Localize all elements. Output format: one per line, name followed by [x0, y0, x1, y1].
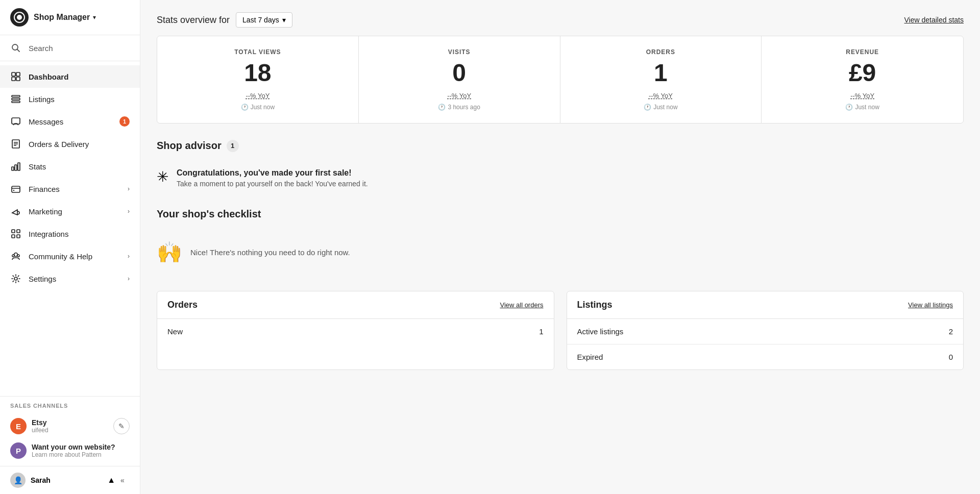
svg-line-3 — [17, 50, 20, 52]
stats-label: Stats — [29, 162, 130, 171]
total-views-yoy: --% YoY — [167, 92, 348, 100]
orders-panel: Orders View all orders New 1 — [157, 291, 554, 370]
orders-value: 1 — [571, 60, 751, 87]
search-item[interactable]: Search — [0, 35, 140, 61]
etsy-name: Etsy — [32, 418, 113, 427]
etsy-channel[interactable]: E Etsy uifeed ✎ — [10, 414, 130, 438]
pattern-sub: Learn more about Pattern — [32, 451, 130, 458]
listings-expired-row: Expired 0 — [567, 344, 964, 369]
orders-icon — [10, 138, 21, 150]
user-avatar: 👤 — [10, 473, 26, 488]
svg-rect-24 — [12, 235, 15, 238]
checklist-title-text: Your shop's checklist — [157, 208, 261, 220]
sidebar-item-dashboard[interactable]: Dashboard — [0, 65, 140, 88]
orders-label: Orders & Delivery — [29, 140, 130, 149]
shop-advisor-title: Shop advisor — [157, 140, 222, 152]
sidebar-item-listings[interactable]: Listings — [0, 88, 140, 110]
listings-label: Listings — [29, 95, 130, 104]
search-icon — [10, 42, 21, 54]
dashboard-label: Dashboard — [29, 72, 130, 81]
finances-icon — [10, 183, 21, 194]
svg-rect-5 — [16, 72, 20, 76]
listings-icon — [10, 93, 21, 105]
revenue-card: REVENUE £9 --% YoY 🕐 Just now — [762, 36, 963, 123]
svg-point-1 — [17, 15, 22, 20]
svg-rect-22 — [12, 230, 15, 233]
integrations-label: Integrations — [29, 230, 130, 238]
sales-channels-section: SALES CHANNELS E Etsy uifeed ✎ P Want yo… — [0, 396, 140, 466]
sidebar-item-messages[interactable]: Messages 1 — [0, 110, 140, 133]
listings-panel-title: Listings — [577, 300, 612, 310]
pattern-channel[interactable]: P Want your own website? Learn more abou… — [10, 438, 130, 463]
stats-overview-header: Stats overview for Last 7 days ▾ View de… — [157, 12, 964, 28]
sidebar-item-community[interactable]: Community & Help › — [0, 245, 140, 267]
orders-new-label: New — [167, 327, 183, 336]
sidebar-nav: Dashboard Listings Messages 1 — [0, 61, 140, 396]
stats-period-chevron-icon: ▾ — [282, 16, 286, 24]
total-views-clock-icon: 🕐 — [241, 104, 249, 111]
messages-badge: 1 — [119, 116, 130, 127]
sidebar-item-integrations[interactable]: Integrations — [0, 223, 140, 245]
view-all-listings-link[interactable]: View all listings — [908, 301, 953, 309]
visits-yoy: --% YoY — [369, 92, 550, 100]
svg-rect-8 — [12, 95, 20, 97]
orders-new-value: 1 — [539, 327, 543, 336]
shop-advisor-section: Shop advisor 1 ✳ Congratulations, you've… — [157, 140, 964, 196]
svg-rect-25 — [17, 235, 20, 238]
svg-rect-19 — [12, 186, 20, 192]
shop-manager-title: Shop Manager — [34, 13, 90, 22]
advisor-card: ✳ Congratulations, you've made your firs… — [157, 160, 964, 196]
svg-rect-6 — [12, 77, 15, 81]
svg-rect-23 — [17, 230, 20, 233]
shop-advisor-title-row: Shop advisor 1 — [157, 140, 964, 152]
sidebar-item-stats[interactable]: Stats — [0, 155, 140, 178]
pattern-name: Want your own website? — [32, 443, 130, 451]
integrations-icon — [10, 228, 21, 239]
view-detailed-stats-link[interactable]: View detailed stats — [904, 16, 964, 24]
svg-rect-18 — [18, 163, 20, 170]
view-all-orders-link[interactable]: View all orders — [500, 301, 543, 309]
marketing-label: Marketing — [29, 207, 128, 216]
revenue-time-text: Just now — [855, 104, 879, 111]
sidebar-item-orders[interactable]: Orders & Delivery — [0, 133, 140, 155]
sidebar-footer[interactable]: 👤 Sarah ▲ « — [0, 466, 140, 494]
orders-panel-title: Orders — [167, 300, 198, 310]
bottom-panels: Orders View all orders New 1 Listings Vi… — [157, 291, 964, 370]
svg-rect-7 — [16, 77, 20, 81]
listings-active-label: Active listings — [577, 327, 624, 336]
etsy-edit-button[interactable]: ✎ — [113, 418, 130, 434]
sidebar-item-settings[interactable]: Settings › — [0, 267, 140, 290]
settings-label: Settings — [29, 275, 128, 283]
checklist-section: Your shop's checklist 🙌 Nice! There's no… — [157, 208, 964, 277]
stats-period-dropdown[interactable]: Last 7 days ▾ — [236, 12, 292, 28]
messages-label: Messages — [29, 117, 119, 126]
svg-rect-9 — [12, 98, 20, 100]
advisor-sub-text: Take a moment to pat yourself on the bac… — [177, 180, 368, 188]
svg-rect-17 — [15, 165, 17, 170]
total-views-card: TOTAL VIEWS 18 --% YoY 🕐 Just now — [157, 36, 359, 123]
stats-overview-title: Stats overview for — [157, 15, 230, 26]
finances-label: Finances — [29, 185, 128, 193]
sidebar-collapse-button[interactable]: « — [115, 473, 130, 487]
listings-expired-value: 0 — [949, 353, 953, 361]
main-content: Stats overview for Last 7 days ▾ View de… — [140, 0, 980, 494]
messages-icon — [10, 116, 21, 127]
orders-time: 🕐 Just now — [571, 104, 751, 111]
finances-chevron-icon: › — [128, 185, 130, 192]
search-label: Search — [29, 44, 53, 53]
sidebar-item-marketing[interactable]: Marketing › — [0, 200, 140, 223]
stats-cards: TOTAL VIEWS 18 --% YoY 🕐 Just now VISITS… — [157, 36, 964, 124]
etsy-sub: uifeed — [32, 427, 113, 434]
svg-point-27 — [12, 255, 14, 257]
listings-panel: Listings View all listings Active listin… — [567, 291, 964, 370]
svg-point-21 — [13, 190, 14, 191]
sidebar-item-finances[interactable]: Finances › — [0, 178, 140, 200]
marketing-chevron-icon: › — [128, 208, 130, 215]
orders-time-text: Just now — [653, 104, 677, 111]
stats-period-label: Last 7 days — [242, 16, 279, 24]
listings-expired-label: Expired — [577, 353, 603, 361]
visits-time: 🕐 3 hours ago — [369, 104, 550, 111]
total-views-time-text: Just now — [251, 104, 275, 111]
shop-manager-header[interactable]: Shop Manager ▾ — [0, 0, 140, 35]
visits-label: VISITS — [369, 48, 550, 56]
